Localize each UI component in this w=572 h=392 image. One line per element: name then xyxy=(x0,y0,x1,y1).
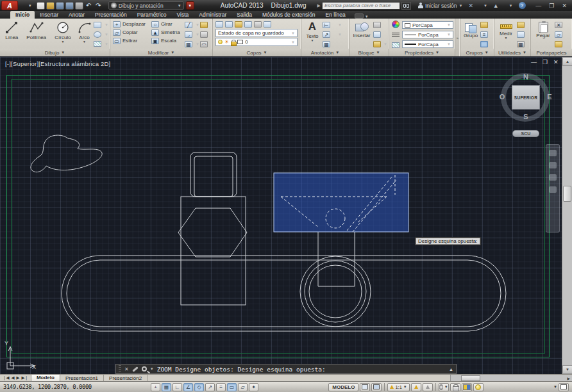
panel-label-grupos[interactable]: Grupos▼ xyxy=(460,49,494,56)
tab-modelo[interactable]: Modelo xyxy=(31,375,60,382)
prev-layout-icon[interactable]: ◀ xyxy=(11,375,14,380)
vertical-scroll-thumb[interactable] xyxy=(563,186,571,202)
ribbon-overflow[interactable]: » xyxy=(455,19,460,56)
quickprops-toggle[interactable]: ✦ xyxy=(249,383,258,391)
horizontal-scrollbar[interactable]: ▶ xyxy=(450,375,572,382)
rectangle-flyout-button[interactable]: ▼ xyxy=(94,20,108,29)
hexagon[interactable] xyxy=(178,208,247,257)
layer-on-bulb-icon[interactable] xyxy=(218,40,223,44)
color-dropdown[interactable]: PorCapa▼ xyxy=(402,21,453,29)
tab-anotar[interactable]: Anotar xyxy=(63,11,90,19)
ribbon-display-icon[interactable] xyxy=(355,13,364,19)
layer-state-dropdown[interactable]: Estado de capa no guardado ▼ xyxy=(215,29,298,37)
editar-grupo-button[interactable]: ≡ xyxy=(480,30,492,38)
texto-flyout-arrow-icon[interactable]: ▼ xyxy=(311,39,314,42)
viewport-close-button[interactable]: ✕ xyxy=(553,59,559,65)
circle-middle[interactable] xyxy=(305,261,366,322)
panel-label-portapapeles[interactable]: Portapapeles xyxy=(531,49,572,56)
viewport-restore-button[interactable]: ❐ xyxy=(543,59,548,65)
viewcube-south[interactable]: S xyxy=(520,113,532,120)
help-search-input[interactable] xyxy=(322,2,400,10)
copiar-button[interactable]: ▱ Copiar xyxy=(112,28,149,37)
qat-menu-button[interactable]: ▼ xyxy=(186,1,194,10)
circulo-flyout-arrow-icon[interactable]: ▼ xyxy=(61,40,64,43)
calculadora-button[interactable]: ▦ xyxy=(517,40,528,48)
tabla-button[interactable]: ▦ xyxy=(323,40,342,48)
ellipse-flyout-button[interactable]: ▼ xyxy=(94,30,108,38)
hatch-flyout-button[interactable]: ▼ xyxy=(94,40,108,48)
drawing-entities[interactable]: Y X xyxy=(0,57,562,374)
cota-flyout-button[interactable]: ⊢▼ xyxy=(323,20,342,29)
command-recent-arrow-icon[interactable]: ▼ xyxy=(150,367,154,371)
layer-off-icon[interactable] xyxy=(225,21,233,28)
last-layout-icon[interactable]: ▶❘ xyxy=(21,375,28,380)
simetria-button[interactable]: ▲ Simetría xyxy=(150,28,184,37)
scu-button[interactable]: SCU xyxy=(512,130,539,137)
girar-button[interactable]: ○ Girar xyxy=(150,20,184,28)
search-expand-icon[interactable]: ▶ xyxy=(317,3,321,8)
pegar-button[interactable]: Pegar xyxy=(532,20,554,49)
tab-administrar[interactable]: Administrar xyxy=(194,11,231,19)
plot-icon[interactable] xyxy=(75,2,83,10)
app-menu-arrow-icon[interactable]: ▼ xyxy=(28,4,32,8)
clean-screen-button[interactable] xyxy=(559,383,569,391)
command-line[interactable]: ✕ ▼ ZOOM Designe objetos: Designe esquin… xyxy=(115,364,457,374)
viewcube-west[interactable]: O xyxy=(496,93,508,101)
dyninput-toggle[interactable]: ▭ xyxy=(227,383,237,391)
annotation-auto-button[interactable] xyxy=(423,383,433,391)
layer-match-icon[interactable] xyxy=(264,21,271,28)
hardware-accel-button[interactable] xyxy=(462,383,472,391)
drawing-area[interactable]: Y X [-][Superior][Estructura alámbrica 2… xyxy=(0,57,572,374)
desfase-button[interactable]: ◠ xyxy=(200,40,211,48)
desplazar-button[interactable]: + Desplazar xyxy=(112,20,149,28)
layer-dropdown[interactable]: ☀ 0 ▼ xyxy=(215,38,298,46)
coordinates-readout[interactable]: 3149.6238, 1200.2870, 0.0000 xyxy=(3,384,99,390)
viewcube-north[interactable]: N xyxy=(520,73,532,81)
estirar-button[interactable]: ▭ Estirar xyxy=(112,37,149,45)
scroll-right-icon[interactable]: ▶ xyxy=(565,376,572,380)
lineweight-dropdown[interactable]: PorCapa▼ xyxy=(402,40,453,48)
matriz-flyout-button[interactable]: ▦▼ xyxy=(185,40,199,48)
workspace-dropdown[interactable]: Dibujo y anotación ▼ xyxy=(108,1,184,10)
a360-arrow-icon[interactable]: ▼ xyxy=(509,4,513,8)
layer-unlock-icon[interactable] xyxy=(231,40,235,45)
color-wheel-icon[interactable] xyxy=(392,20,400,28)
navigation-bar[interactable] xyxy=(546,144,560,233)
undo-icon[interactable]: ↶ xyxy=(85,2,93,10)
horizontal-scroll-thumb[interactable] xyxy=(461,375,480,381)
save-as-icon[interactable] xyxy=(65,2,74,10)
lineweight-toggle[interactable]: ≡ xyxy=(216,383,226,391)
transparency-icon[interactable] xyxy=(392,42,400,48)
command-customize-wrench-icon[interactable] xyxy=(132,366,139,372)
tab-vista[interactable]: Vista xyxy=(172,11,194,19)
tab-salida[interactable]: Salida xyxy=(231,11,257,19)
scroll-up-icon[interactable]: ▲ xyxy=(562,57,572,66)
toolbar-lock-button[interactable] xyxy=(450,383,460,391)
grupo-button[interactable]: Grupo xyxy=(462,20,480,49)
viewcube-east[interactable]: E xyxy=(544,93,555,101)
viewport-minimize-button[interactable]: — xyxy=(531,59,537,65)
copiar-portapapeles-button[interactable]: ▱ xyxy=(555,30,568,38)
bottle-neck-outer[interactable] xyxy=(190,152,237,197)
circle-inner[interactable] xyxy=(309,265,362,318)
bottle-neck-inner[interactable] xyxy=(194,156,233,197)
layer-lock-icon[interactable] xyxy=(254,21,262,28)
descomponer-button[interactable] xyxy=(200,30,211,38)
panel-label-modificar[interactable]: Modificar▼ xyxy=(110,49,212,56)
command-prompt[interactable]: ZOOM Designe objetos: Designe esquina op… xyxy=(157,366,326,373)
circle-outer[interactable] xyxy=(300,256,371,327)
empalme-flyout-button[interactable]: ◞▼ xyxy=(185,30,199,38)
save-icon[interactable] xyxy=(56,2,64,10)
tab-modulos[interactable]: Módulos de extensión xyxy=(257,11,321,19)
panel-label-dibujo[interactable]: Dibujo▼ xyxy=(0,49,110,56)
layer-properties-icon[interactable] xyxy=(215,21,223,28)
medir-flyout-arrow-icon[interactable]: ▼ xyxy=(505,37,508,39)
annotation-visibility-button[interactable] xyxy=(411,383,421,391)
seleccion-rapida-button[interactable] xyxy=(517,30,528,38)
grid-toggle[interactable]: ▦ xyxy=(162,383,171,391)
pan-icon[interactable] xyxy=(549,150,557,156)
orbit-icon[interactable] xyxy=(549,174,557,181)
linetype-list-icon[interactable] xyxy=(392,33,400,38)
layer-isolate-icon[interactable] xyxy=(235,21,242,28)
circulo-button[interactable]: Círculo ▼ xyxy=(51,20,75,49)
